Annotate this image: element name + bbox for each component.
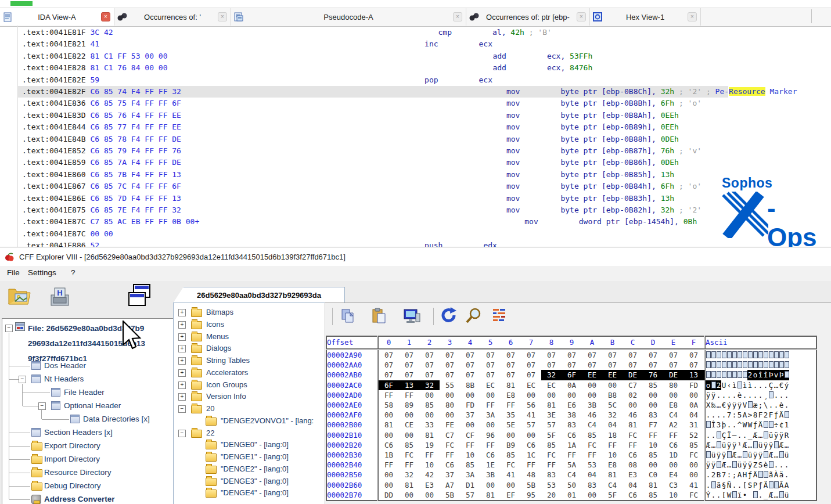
byte-cell[interactable]: 31: [683, 420, 705, 430]
byte-cell[interactable]: 07: [582, 360, 602, 370]
resource-tree-panel[interactable]: +Bitmaps+Icons+Menus+Dialogs+String Tabl…: [173, 303, 325, 504]
byte-cell[interactable]: 37: [440, 470, 460, 480]
byte-cell[interactable]: 32: [541, 370, 562, 380]
byte-cell[interactable]: 07: [521, 360, 541, 370]
expander-plus[interactable]: +: [178, 333, 186, 341]
expander-plus[interactable]: +: [178, 369, 186, 377]
tree-item-address-converter[interactable]: Address Converter: [44, 494, 115, 504]
byte-cell[interactable]: 07: [541, 360, 562, 370]
byte-cell[interactable]: 00: [501, 480, 521, 490]
byte-cell[interactable]: 00: [582, 390, 602, 400]
byte-cell[interactable]: FF: [480, 440, 501, 450]
expander-plus[interactable]: +: [178, 357, 186, 365]
tree-item-dos-header[interactable]: Dos Header: [44, 360, 86, 372]
byte-cell[interactable]: 00: [643, 390, 663, 400]
byte-cell[interactable]: EC: [541, 380, 562, 390]
byte-cell[interactable]: 04: [623, 480, 643, 490]
tab-pseudocode-a[interactable]: Pseudocode-A×: [231, 8, 466, 26]
byte-cell[interactable]: 00: [378, 480, 400, 490]
byte-cell[interactable]: 81: [399, 480, 419, 490]
ascii-cell[interactable]: X‰…€ýÿÿVæ;\..è.: [705, 400, 817, 410]
ascii-cell[interactable]: o2U‹ììì...Ç…€ý: [705, 380, 817, 390]
byte-cell[interactable]: 18: [602, 430, 623, 440]
byte-cell[interactable]: CE: [399, 420, 419, 430]
byte-cell[interactable]: DE: [663, 370, 683, 380]
byte-cell[interactable]: FF: [399, 460, 419, 470]
byte-cell[interactable]: C4: [663, 410, 683, 420]
byte-cell[interactable]: 00: [378, 410, 400, 420]
byte-cell[interactable]: FC: [683, 490, 705, 501]
resource-item[interactable]: String Tables: [206, 355, 250, 366]
byte-cell[interactable]: 00: [663, 460, 683, 470]
byte-cell[interactable]: 00: [683, 460, 705, 470]
byte-cell[interactable]: 07: [663, 350, 683, 361]
byte-cell[interactable]: 07: [643, 350, 663, 361]
byte-cell[interactable]: 13: [399, 380, 419, 390]
ascii-cell[interactable]: [705, 350, 817, 361]
byte-cell[interactable]: 07: [683, 350, 705, 361]
byte-cell[interactable]: 07: [378, 360, 400, 370]
byte-cell[interactable]: FF: [460, 440, 480, 450]
byte-cell[interactable]: 1B: [378, 450, 400, 460]
ascii-cell[interactable]: Î3þ..^WWƒÄ÷¢1: [705, 420, 817, 430]
byte-cell[interactable]: 83: [541, 470, 562, 480]
hex-row[interactable]: 00002AC06F1332558BEC81ECEC0A0000C78580FD…: [326, 380, 816, 390]
tree-item-resource-directory[interactable]: Resource Directory: [44, 467, 111, 478]
ascii-cell[interactable]: Ý..[Wï• ._Æ…ü: [705, 490, 817, 501]
byte-cell[interactable]: D1: [460, 480, 480, 490]
tab-occurrences-of-[interactable]: Occurrences of: '×: [114, 8, 231, 26]
tab-occurrences-of-ptr-ebp-[interactable]: Occurrences of: ptr [ebp-×: [466, 8, 590, 26]
byte-cell[interactable]: FF: [623, 440, 643, 450]
byte-cell[interactable]: 81: [480, 490, 501, 501]
byte-cell[interactable]: 52: [683, 430, 705, 440]
resource-item[interactable]: Accelerators: [206, 367, 248, 379]
fill-icon[interactable]: [492, 308, 509, 325]
close-icon[interactable]: ×: [218, 12, 227, 21]
byte-cell[interactable]: 00: [521, 390, 541, 400]
byte-cell[interactable]: EF: [501, 490, 521, 501]
expander-minus[interactable]: −: [19, 376, 26, 383]
byte-cell[interactable]: FF: [378, 460, 400, 470]
byte-cell[interactable]: 81: [501, 380, 521, 390]
save-file-icon[interactable]: H: [49, 287, 71, 310]
byte-cell[interactable]: 53: [582, 460, 602, 470]
ascii-cell[interactable]: .2B7:;AHƒÄãÀä.: [705, 470, 817, 480]
byte-cell[interactable]: 00: [378, 430, 400, 440]
expander-plus[interactable]: +: [178, 309, 186, 316]
byte-cell[interactable]: C6: [480, 450, 501, 460]
ascii-cell[interactable]: Æ…üÿÿ¹Æ…üÿÿÆ…: [705, 440, 817, 450]
hex-row[interactable]: 00002AB00707070707070707326FEEEEDE76DE13…: [326, 370, 816, 380]
byte-cell[interactable]: 3B: [582, 400, 602, 410]
byte-cell[interactable]: 55: [440, 380, 460, 390]
copy-icon[interactable]: [340, 308, 355, 326]
byte-cell[interactable]: C6: [562, 430, 582, 440]
byte-cell[interactable]: 0A: [562, 380, 582, 390]
byte-cell[interactable]: 07: [480, 370, 501, 380]
byte-cell[interactable]: 83: [582, 480, 602, 490]
ascii-cell[interactable]: ..ÇÏ–.._Æ…üÿÿR: [705, 430, 817, 440]
byte-cell[interactable]: FC: [541, 450, 562, 460]
byte-cell[interactable]: 56: [521, 400, 541, 410]
byte-cell[interactable]: A7: [440, 480, 460, 490]
disasm-row[interactable]: .text:0041E81F 3C 42cmpal, 42h ; 'B': [0, 27, 831, 38]
byte-cell[interactable]: 80: [440, 400, 460, 410]
byte-cell[interactable]: 00: [480, 480, 501, 490]
byte-cell[interactable]: C0: [643, 470, 663, 480]
byte-cell[interactable]: 32: [419, 380, 440, 390]
disasm-row[interactable]: .text:0041E86E C6 85 7D F4 FF FF 13movby…: [0, 193, 831, 204]
byte-cell[interactable]: 02: [623, 390, 643, 400]
byte-cell[interactable]: 07: [521, 370, 541, 380]
tree-item-optional-header[interactable]: Optional Header: [64, 400, 121, 412]
hex-row[interactable]: 00002AF000000000373A35413E3846324683C404…: [326, 410, 816, 420]
menu-item-file[interactable]: File: [7, 268, 20, 277]
byte-cell[interactable]: 07: [378, 350, 400, 361]
resource-item[interactable]: Menus: [206, 331, 229, 343]
byte-cell[interactable]: 00: [562, 390, 582, 400]
byte-cell[interactable]: 07: [440, 350, 460, 361]
resource-item[interactable]: 20: [206, 403, 214, 415]
byte-cell[interactable]: C6: [378, 440, 400, 450]
byte-cell[interactable]: 42: [419, 470, 440, 480]
byte-cell[interactable]: C7: [440, 430, 460, 440]
byte-cell[interactable]: E4: [663, 470, 683, 480]
disasm-row[interactable]: .text:0041E886 52pushedx: [0, 240, 831, 247]
